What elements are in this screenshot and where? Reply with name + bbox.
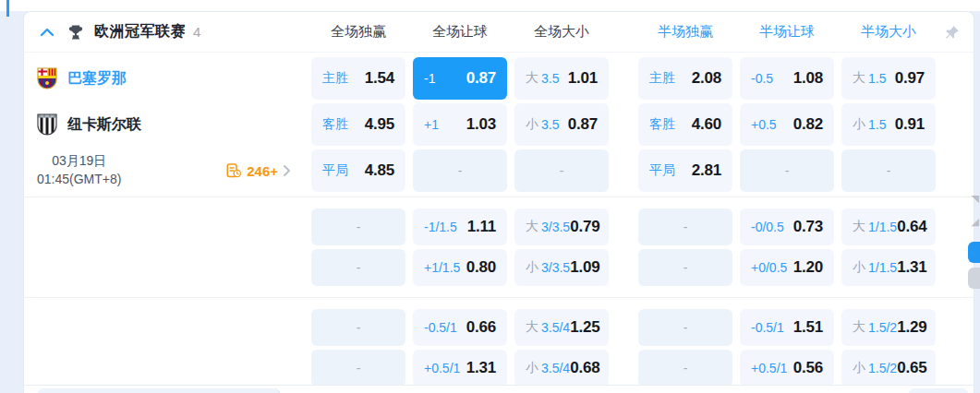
odds-label: 小1.5/2 [853,360,897,376]
odds-cell[interactable]: -0.5/11.51 [740,309,834,346]
odds-cell[interactable]: 平局2.81 [638,149,732,192]
empty-dash: - [357,361,361,375]
odds-label: 大3/3.5 [526,219,570,235]
empty-dash: - [684,220,688,234]
odds-cell-empty: - [413,149,507,192]
odds-row: --0.5/10.66大3.5/41.25--0.5/11.51大1.5/21.… [24,309,974,346]
empty-dash: - [684,260,688,275]
odds-label: 平局 [649,162,675,179]
chevron-right-icon [283,164,291,177]
floating-button-blue[interactable] [968,242,980,263]
odds-label: 小1.5 [853,116,886,133]
collapse-chevron-up-icon[interactable] [35,28,59,37]
odds-value: 2.81 [692,161,721,180]
odds-cells: -+1/1.50.80小3/3.51.09-+0/0.51.20小1/1.51.… [311,249,936,286]
odds-label: -1 [424,71,435,86]
odds-cell[interactable]: 小3.50.87 [514,103,609,146]
odds-cell-empty: - [514,149,609,192]
odds-value: 1.20 [793,258,823,277]
odds-value: 4.60 [692,115,721,134]
odds-cell-empty: - [638,309,732,346]
odds-row: 03月19日01:45(GMT+8)246+平局4.85--平局2.81-- [24,149,974,192]
odds-cell[interactable]: 客胜4.60 [638,103,732,146]
odds-cell[interactable]: 小3/3.51.09 [514,249,609,286]
odds-value: 0.91 [895,115,925,134]
odds-cell[interactable]: +11.03 [413,103,507,146]
away-team: 纽卡斯尔联 [24,103,311,146]
odds-cell[interactable]: 大3.5/41.25 [514,309,609,346]
odds-cell[interactable]: 客胜4.95 [311,103,405,146]
odds-cell-selected[interactable]: -10.87 [413,57,507,100]
odds-cell-empty: - [740,149,834,192]
away-team-row[interactable]: 纽卡斯尔联 [37,113,141,136]
odds-label: 大1.5/2 [853,319,897,336]
odds-value: 4.95 [365,115,394,134]
odds-label: -0/0.5 [751,220,784,234]
league-trophy-icon [67,23,85,42]
odds-cell[interactable]: 大3/3.50.79 [514,208,609,245]
away-team-crest-icon [37,113,57,136]
home-team-row[interactable]: 巴塞罗那 [37,67,127,89]
odds-label: +1 [424,117,439,132]
odds-cell[interactable]: 小1/1.51.31 [841,249,936,286]
home-team-crest-icon [37,67,57,89]
left-spacer [24,208,311,245]
odds-cell[interactable]: 大3.51.01 [514,57,609,100]
match-datetime: 03月19日01:45(GMT+8) [37,152,121,188]
odds-value: 2.08 [692,69,721,88]
odds-value: 0.97 [895,69,925,88]
odds-value: 0.73 [793,218,823,236]
column-header-3: 全场大小 [514,23,609,41]
odds-cell[interactable]: +1/1.50.80 [413,249,507,286]
odds-label: +0.5 [751,117,777,132]
odds-row: 纽卡斯尔联客胜4.95+11.03小3.50.87客胜4.60+0.50.82小… [24,103,974,146]
empty-dash: - [357,320,361,335]
odds-column-headers: 全场独赢全场让球全场大小半场独赢半场让球半场大小 [311,23,936,41]
odds-cell[interactable]: -0.51.08 [740,57,834,100]
odds-cell[interactable]: 大1/1.50.64 [841,208,936,245]
league-name: 欧洲冠军联赛 [94,22,186,42]
odds-value: 1.01 [568,69,598,88]
odds-cell-empty: - [311,350,405,387]
odds-cell[interactable]: 小1.50.91 [841,103,936,146]
odds-cell[interactable]: +0.5/10.56 [740,350,834,387]
away-team-name: 纽卡斯尔联 [67,115,141,135]
odds-cell[interactable]: +0.50.82 [740,103,834,146]
odds-cell[interactable]: -0.5/10.66 [413,309,507,346]
column-header-6: 半场大小 [841,23,936,41]
odds-cell[interactable]: 大1.50.97 [841,57,936,100]
odds-cell[interactable]: +0.5/11.31 [413,350,507,387]
odds-cell[interactable]: -0/0.50.73 [740,208,834,245]
empty-dash: - [357,260,361,275]
odds-value: 0.79 [570,218,599,236]
edge-arrow-icon: ◥ [972,194,979,204]
odds-cell-empty: - [638,350,732,387]
odds-cell[interactable]: 平局4.85 [311,149,405,192]
odds-cell[interactable]: 大1.5/21.29 [841,309,936,346]
odds-cell[interactable]: 主胜2.08 [638,57,732,100]
odds-table: 巴塞罗那主胜1.54-10.87大3.51.01主胜2.08-0.51.08大1… [24,53,974,387]
odds-cell[interactable]: 小1.5/20.65 [841,350,936,387]
league-match-count: 4 [193,24,200,40]
more-markets-link[interactable]: 246+ [225,162,291,179]
odds-cell[interactable]: +0/0.51.20 [740,249,834,286]
top-strip [0,0,980,11]
empty-dash: - [684,320,688,335]
odds-cells: -+0.5/11.31小3.5/40.68-+0.5/10.56小1.5/20.… [311,350,936,387]
odds-cell-empty: - [311,208,405,245]
odds-label: 小1/1.5 [853,259,897,276]
odds-label: 主胜 [322,70,348,87]
odds-label: 大1.5 [853,70,886,87]
odds-label: 小3/3.5 [526,259,570,276]
pin-icon[interactable] [936,24,974,41]
column-header-5: 半场让球 [740,23,834,41]
odds-value: 1.25 [570,318,599,337]
odds-cell[interactable]: -1/1.51.11 [413,208,507,245]
odds-cell[interactable]: 小3.5/40.68 [514,350,609,387]
floating-button-gray[interactable] [968,268,980,289]
home-team: 巴塞罗那 [24,57,311,100]
match-meta: 03月19日01:45(GMT+8)246+ [24,149,311,192]
odds-value: 0.68 [570,359,599,377]
floating-widget: ◥ ◢ [965,189,980,300]
odds-cell[interactable]: 主胜1.54 [311,57,405,100]
